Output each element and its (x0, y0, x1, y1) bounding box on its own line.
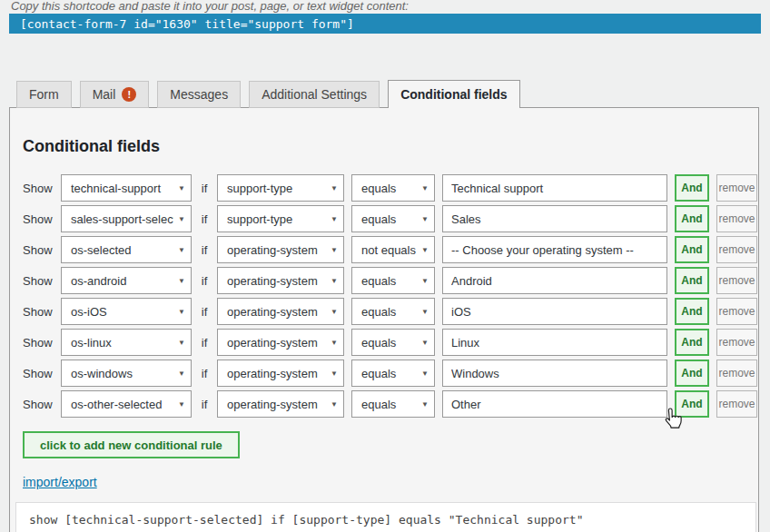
rule-operator-select[interactable]: equals ▼ (351, 360, 435, 387)
and-button[interactable]: And (675, 329, 709, 356)
rules-code-textarea[interactable]: show [technical-support-selected] if [su… (15, 502, 756, 532)
rule-field-select[interactable]: os-selected ▼ (61, 236, 192, 263)
rule-operator-select[interactable]: equals ▼ (351, 267, 435, 294)
and-button[interactable]: And (675, 390, 709, 418)
tab-messages[interactable]: Messages (157, 81, 241, 108)
rule-operator-select[interactable]: equals ▼ (351, 298, 435, 325)
rule-field-select[interactable]: technical-support ▼ (61, 174, 192, 202)
rule-field-value: sales-support-selected (71, 212, 173, 226)
tab-bar: Form Mail ! Messages Additional Settings… (16, 80, 528, 108)
chevron-down-icon: ▼ (421, 184, 429, 192)
rule-row: Show os-other-selected ▼ if operating-sy… (23, 390, 758, 418)
chevron-down-icon: ▼ (178, 215, 185, 223)
rule-condition-field-select[interactable]: operating-system ▼ (217, 267, 344, 294)
rule-row: Show os-iOS ▼ if operating-system ▼ equa… (23, 298, 758, 325)
rule-value-input[interactable] (442, 267, 667, 294)
and-button[interactable]: And (675, 236, 709, 263)
rule-row: Show os-selected ▼ if operating-system ▼… (23, 236, 758, 263)
remove-button[interactable]: remove (716, 329, 757, 356)
add-rule-button[interactable]: click to add new conditional rule (23, 431, 240, 458)
tab-mail[interactable]: Mail ! (80, 81, 150, 108)
rule-row: Show os-linux ▼ if operating-system ▼ eq… (23, 329, 758, 356)
rule-value-input[interactable] (442, 298, 667, 325)
and-button[interactable]: And (675, 205, 709, 232)
tab-label: Form (29, 87, 59, 102)
tab-label: Conditional fields (400, 87, 507, 102)
rule-field-select[interactable]: os-windows ▼ (61, 360, 192, 387)
if-label: if (199, 367, 210, 380)
chevron-down-icon: ▼ (421, 339, 429, 347)
rule-condition-field-select[interactable]: support-type ▼ (217, 205, 344, 232)
panel-heading: Conditional fields (23, 137, 758, 156)
tab-conditional-fields[interactable]: Conditional fields (388, 80, 519, 108)
shortcode-instruction: Copy this shortcode and paste it into yo… (11, 0, 770, 13)
rule-value-input[interactable] (442, 329, 667, 356)
remove-button[interactable]: remove (716, 390, 757, 418)
rule-condition-field-select[interactable]: operating-system ▼ (217, 360, 344, 387)
rule-operator-select[interactable]: equals ▼ (351, 205, 435, 232)
and-button[interactable]: And (675, 174, 709, 202)
tab-label: Mail (93, 87, 116, 102)
tab-form[interactable]: Form (16, 81, 72, 108)
rule-value-input[interactable] (442, 360, 667, 387)
chevron-down-icon: ▼ (421, 215, 429, 223)
rule-condition-field-value: operating-system (227, 305, 326, 319)
if-label: if (199, 274, 210, 288)
chevron-down-icon: ▼ (331, 184, 338, 192)
chevron-down-icon: ▼ (421, 400, 429, 409)
rule-field-value: os-linux (71, 336, 173, 350)
remove-button[interactable]: remove (716, 174, 757, 202)
chevron-down-icon: ▼ (421, 308, 429, 316)
and-button[interactable]: And (675, 267, 709, 294)
rule-operator-select[interactable]: equals ▼ (351, 390, 435, 418)
rule-operator-value: equals (361, 398, 417, 411)
remove-button[interactable]: remove (716, 236, 757, 263)
rule-condition-field-select[interactable]: operating-system ▼ (217, 236, 344, 263)
rule-operator-select[interactable]: equals ▼ (351, 174, 435, 202)
remove-button[interactable]: remove (716, 360, 757, 387)
tab-additional-settings[interactable]: Additional Settings (249, 81, 380, 108)
rule-field-select[interactable]: os-other-selected ▼ (61, 390, 192, 418)
rule-condition-field-value: operating-system (227, 398, 326, 411)
if-label: if (199, 398, 210, 411)
chevron-down-icon: ▼ (178, 308, 185, 316)
rule-value-input[interactable] (442, 205, 667, 232)
if-label: if (199, 305, 210, 319)
rule-field-value: os-android (71, 274, 173, 288)
rule-operator-select[interactable]: equals ▼ (351, 329, 435, 356)
and-button[interactable]: And (675, 298, 709, 325)
chevron-down-icon: ▼ (331, 215, 338, 223)
chevron-down-icon: ▼ (178, 339, 185, 347)
remove-button[interactable]: remove (716, 298, 757, 325)
rule-value-input[interactable] (442, 390, 667, 418)
show-label: Show (23, 398, 54, 411)
chevron-down-icon: ▼ (178, 400, 185, 409)
rule-row: Show os-android ▼ if operating-system ▼ … (23, 267, 758, 294)
if-label: if (199, 212, 210, 226)
remove-button[interactable]: remove (716, 205, 757, 232)
rule-operator-select[interactable]: not equals ▼ (351, 236, 435, 263)
rule-field-select[interactable]: sales-support-selected ▼ (61, 205, 192, 232)
rule-condition-field-select[interactable]: operating-system ▼ (217, 298, 344, 325)
rule-condition-field-select[interactable]: operating-system ▼ (217, 390, 344, 418)
and-button[interactable]: And (675, 360, 709, 387)
chevron-down-icon: ▼ (331, 369, 338, 378)
rule-operator-value: equals (361, 182, 417, 195)
rule-condition-field-value: support-type (227, 212, 326, 226)
rule-field-select[interactable]: os-linux ▼ (61, 329, 192, 356)
rule-condition-field-select[interactable]: support-type ▼ (217, 174, 344, 202)
rules-list: Show technical-support ▼ if support-type… (10, 174, 758, 418)
rule-field-value: os-selected (71, 243, 173, 257)
remove-button[interactable]: remove (716, 267, 757, 294)
rule-value-input[interactable] (442, 236, 667, 263)
rule-field-value: technical-support (71, 182, 173, 195)
chevron-down-icon: ▼ (178, 369, 185, 378)
chevron-down-icon: ▼ (178, 277, 185, 285)
rule-condition-field-select[interactable]: operating-system ▼ (217, 329, 344, 356)
chevron-down-icon: ▼ (421, 369, 429, 378)
import-export-link[interactable]: import/export (23, 475, 97, 489)
shortcode-bar[interactable]: [contact-form-7 id="1630" title="support… (9, 14, 761, 34)
rule-field-select[interactable]: os-android ▼ (61, 267, 192, 294)
rule-field-select[interactable]: os-iOS ▼ (61, 298, 192, 325)
rule-value-input[interactable] (442, 174, 667, 202)
